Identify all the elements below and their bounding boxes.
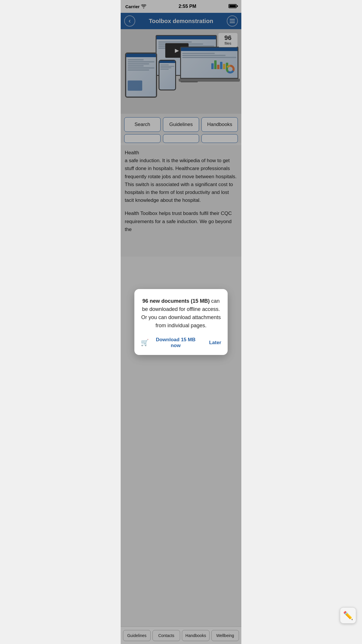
modal-overlay: 96 new documents (15 MB) can be download…: [121, 0, 241, 257]
